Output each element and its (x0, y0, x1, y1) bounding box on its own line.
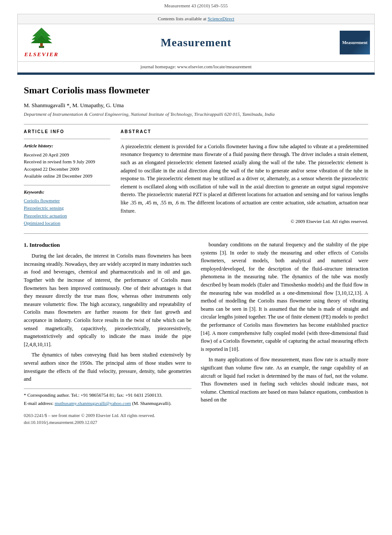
journal-reference: Measurement 43 (2010) 549–555 (0, 0, 392, 11)
divider-article-info (24, 139, 110, 139)
footnote-email: E-mail address: muthusamy.shanmugavalli@… (24, 400, 191, 407)
divider-1 (24, 124, 368, 124)
article-info-abstract-section: ARTICLE INFO Article history: Received 2… (24, 129, 368, 227)
journal-header-middle: ELSEVIER Measurement Measurement (18, 24, 374, 62)
right-para-1: boundary conditions on the natural frequ… (201, 241, 369, 353)
right-para-2: In many applications of flow measurement… (201, 356, 369, 404)
elsevier-tree-icon (28, 27, 55, 49)
main-content: 1. Introduction During the last decades,… (24, 241, 368, 428)
article-history-label: Article history: (24, 143, 110, 150)
contents-line: Contents lists available at ScienceDirec… (18, 14, 374, 24)
article-authors: M. Shanmugavalli *, M. Umapathy, G. Uma (24, 102, 368, 110)
article-info-label: ARTICLE INFO (24, 129, 110, 135)
bottom-bar: 0263-2241/$ – see front matter © 2009 El… (24, 411, 191, 428)
footnote-corresponding: * Corresponding author. Tel.: +91 986567… (24, 392, 191, 399)
keywords-section: Keywords: Coriolis flowmeter Piezoelectr… (24, 185, 110, 227)
article-history-revised: Received in revised form 9 July 2009 (24, 158, 110, 166)
divider-abstract (121, 139, 368, 139)
keyword-2[interactable]: Piezoelectric sensing (24, 204, 110, 212)
sciencedirect-link[interactable]: ScienceDirect (207, 16, 234, 21)
keyword-1[interactable]: Coriolis flowmeter (24, 197, 110, 205)
bottom-line: 0263-2241/$ – see front matter © 2009 El… (24, 412, 191, 419)
intro-para-1: During the last decades, the interest in… (24, 252, 191, 348)
article-title: Smart Coriolis mass flowmeter (24, 83, 368, 97)
article-info-col: ARTICLE INFO Article history: Received 2… (24, 129, 110, 227)
article-affiliation: Department of Instrumentation & Control … (24, 111, 368, 118)
article-history-accepted: Accepted 22 December 2009 (24, 166, 110, 173)
article-history-received: Received 20 April 2009 (24, 151, 110, 159)
keywords-label: Keywords: (24, 189, 110, 196)
journal-header: Contents lists available at ScienceDirec… (17, 14, 375, 73)
intro-heading: 1. Introduction (24, 241, 191, 249)
article-body: Smart Coriolis mass flowmeter M. Shanmug… (0, 75, 392, 437)
journal-right-logo: Measurement (331, 31, 370, 54)
elsevier-logo: ELSEVIER (22, 27, 61, 59)
abstract-col: ABSTRACT A piezoelectric element is prov… (121, 129, 368, 227)
abstract-label: ABSTRACT (121, 129, 368, 135)
intro-para-2: The dynamics of tubes conveying fluid ha… (24, 351, 191, 383)
journal-title: Measurement (61, 35, 331, 51)
elsevier-wordmark: ELSEVIER (24, 51, 59, 59)
divider-main (24, 233, 368, 234)
right-content-col: boundary conditions on the natural frequ… (201, 241, 369, 428)
keyword-3[interactable]: Piezoelectric actuation (24, 212, 110, 220)
doi-line: doi:10.1016/j.measurement.2009.12.027 (24, 419, 191, 426)
divider-keywords (24, 185, 110, 185)
footnote-area: * Corresponding author. Tel.: +91 986567… (24, 389, 191, 407)
article-history-online: Available online 28 December 2009 (24, 172, 110, 180)
journal-homepage: journal homepage: www.elsevier.com/locat… (18, 62, 374, 72)
footnote-email-link[interactable]: muthusamy.shanmugavalli@yahoo.com (54, 401, 131, 406)
abstract-text: A piezoelectric element is provided for … (121, 143, 368, 215)
keyword-4[interactable]: Optimized location (24, 220, 110, 227)
copyright-line: © 2009 Elsevier Ltd. All rights reserved… (121, 218, 368, 225)
left-content-col: 1. Introduction During the last decades,… (24, 241, 191, 428)
